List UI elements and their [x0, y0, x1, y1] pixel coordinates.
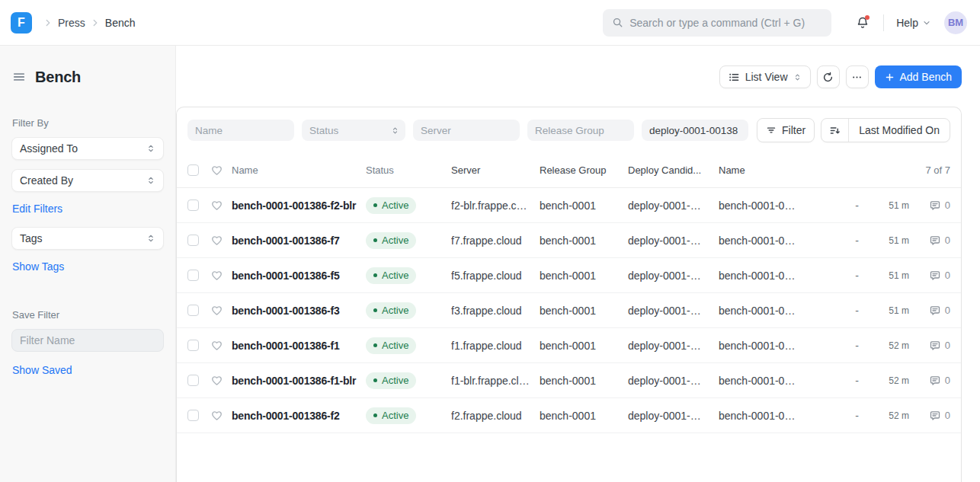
status-dot-icon	[373, 343, 377, 347]
frappe-logo-icon[interactable]: F	[11, 12, 32, 34]
column-header-name-2[interactable]: Name	[719, 164, 925, 176]
last-modified-cell: 52 m	[859, 340, 909, 351]
last-modified-cell: 52 m	[859, 375, 909, 386]
table-row[interactable]: bench-0001-001386-f2-blr Active f2-blr.f…	[177, 188, 961, 223]
sidebar-toggle-icon[interactable]	[12, 70, 26, 84]
comments-indicator[interactable]: 0	[909, 200, 950, 212]
assigned-to-label: Assigned To	[20, 142, 78, 155]
sort-button[interactable]: Last Modified On	[821, 118, 950, 142]
deploy-candidate-cell: deploy-0001-…	[628, 410, 719, 422]
row-checkbox[interactable]	[187, 235, 199, 246]
created-by-dropdown[interactable]: Created By	[11, 169, 164, 192]
comments-indicator[interactable]: 0	[909, 235, 950, 247]
filter-name-input[interactable]	[11, 329, 164, 352]
comments-indicator[interactable]: 0	[909, 305, 950, 317]
edit-filters-link[interactable]: Edit Filters	[12, 203, 62, 215]
breadcrumb-bench[interactable]: Bench	[105, 17, 136, 29]
status-cell: Active	[366, 232, 451, 249]
release-group-filter-input[interactable]	[527, 120, 634, 141]
favorite-heart-icon[interactable]	[210, 409, 223, 422]
table-row[interactable]: bench-0001-001386-f3 Active f3.frappe.cl…	[177, 293, 961, 328]
comments-indicator[interactable]: 0	[909, 375, 950, 387]
deploy-candidate-cell: deploy-0001-…	[628, 270, 719, 282]
table-row[interactable]: bench-0001-001386-f5 Active f5.frappe.cl…	[177, 258, 961, 293]
select-all-checkbox[interactable]	[187, 164, 199, 176]
bench-name[interactable]: bench-0001-001386-f3	[232, 305, 366, 317]
view-selector-button[interactable]: List View	[719, 65, 811, 88]
name-2-cell: bench-0001-0…	[719, 410, 842, 422]
release-group-cell: bench-0001	[540, 270, 628, 282]
status-filter-select[interactable]: Status	[302, 120, 405, 141]
assigned-to-dropdown[interactable]: Assigned To	[11, 137, 164, 160]
name-2-cell: bench-0001-0…	[719, 305, 842, 317]
show-tags-link[interactable]: Show Tags	[12, 260, 64, 273]
view-selector-label: List View	[745, 71, 788, 83]
status-filter-placeholder: Status	[309, 125, 338, 136]
column-header-status[interactable]: Status	[366, 164, 451, 176]
search-input[interactable]	[629, 17, 822, 29]
status-badge: Active	[366, 267, 416, 284]
created-by-label: Created By	[20, 174, 73, 187]
comments-indicator[interactable]: 0	[909, 270, 950, 282]
row-checkbox[interactable]	[187, 410, 199, 421]
breadcrumb-press[interactable]: Press	[58, 17, 85, 29]
filter-sidebar: Bench Filter By Assigned To Created By E…	[0, 46, 176, 482]
sort-icon	[821, 119, 849, 142]
name-filter-input[interactable]	[187, 120, 294, 141]
favorite-heart-icon[interactable]	[210, 234, 223, 247]
chevron-updown-icon	[793, 73, 802, 81]
list-view-icon	[729, 72, 740, 83]
column-header-release-group[interactable]: Release Group	[540, 164, 628, 176]
chevron-right-icon	[43, 18, 53, 28]
comment-icon	[929, 410, 941, 422]
tags-dropdown[interactable]: Tags	[11, 227, 164, 250]
row-checkbox[interactable]	[187, 270, 199, 281]
favorite-heart-icon[interactable]	[210, 269, 223, 282]
column-header-server[interactable]: Server	[451, 164, 540, 176]
comments-indicator[interactable]: 0	[909, 410, 950, 422]
table-row[interactable]: bench-0001-001386-f1-blr Active f1-blr.f…	[177, 363, 961, 398]
table-row[interactable]: bench-0001-001386-f7 Active f7.frappe.cl…	[177, 223, 961, 258]
server-filter-input[interactable]	[413, 120, 520, 141]
refresh-button[interactable]	[817, 65, 840, 88]
bench-name[interactable]: bench-0001-001386-f2	[232, 410, 366, 422]
favorite-heart-icon[interactable]	[210, 304, 223, 317]
more-options-button[interactable]	[846, 65, 869, 88]
table-row[interactable]: bench-0001-001386-f1 Active f1.frappe.cl…	[177, 328, 961, 363]
row-checkbox[interactable]	[187, 305, 199, 316]
show-saved-link[interactable]: Show Saved	[12, 364, 72, 376]
empty-value-cell: -	[842, 270, 859, 282]
bench-name[interactable]: bench-0001-001386-f2-blr	[232, 200, 366, 212]
table-row[interactable]: bench-0001-001386-f2 Active f2.frappe.cl…	[177, 398, 961, 433]
deploy-candidate-filter-input[interactable]	[642, 120, 748, 141]
bench-name[interactable]: bench-0001-001386-f7	[232, 235, 366, 247]
search-icon	[612, 17, 623, 28]
row-checkbox[interactable]	[187, 375, 199, 386]
tags-label: Tags	[20, 232, 43, 244]
notifications-bell-icon[interactable]	[856, 16, 870, 30]
row-checkbox[interactable]	[187, 200, 199, 211]
favorite-heart-icon[interactable]	[210, 199, 223, 212]
chevron-updown-icon	[146, 176, 155, 185]
add-bench-button[interactable]: Add Bench	[875, 65, 962, 88]
favorite-heart-icon[interactable]	[210, 339, 223, 352]
server-cell: f2-blr.frappe.c…	[451, 200, 540, 212]
favorite-heart-icon[interactable]	[210, 374, 223, 387]
page-title: Bench	[35, 69, 81, 86]
server-cell: f1.frappe.cloud	[451, 340, 540, 352]
status-badge: Active	[366, 232, 416, 249]
help-menu[interactable]: Help	[896, 17, 931, 29]
column-header-name[interactable]: Name	[232, 164, 366, 176]
bench-name[interactable]: bench-0001-001386-f1-blr	[232, 375, 366, 387]
comments-indicator[interactable]: 0	[909, 340, 950, 352]
row-checkbox[interactable]	[187, 340, 199, 351]
server-cell: f2.frappe.cloud	[451, 410, 540, 422]
avatar[interactable]: BM	[944, 11, 967, 34]
column-header-deploy-candidate[interactable]: Deploy Candid...	[628, 164, 719, 176]
command-search[interactable]	[603, 9, 831, 37]
deploy-candidate-cell: deploy-0001-…	[628, 200, 719, 212]
filter-button-label: Filter	[782, 124, 805, 136]
filter-button[interactable]: Filter	[757, 118, 815, 142]
bench-name[interactable]: bench-0001-001386-f1	[232, 340, 366, 352]
bench-name[interactable]: bench-0001-001386-f5	[232, 270, 366, 282]
